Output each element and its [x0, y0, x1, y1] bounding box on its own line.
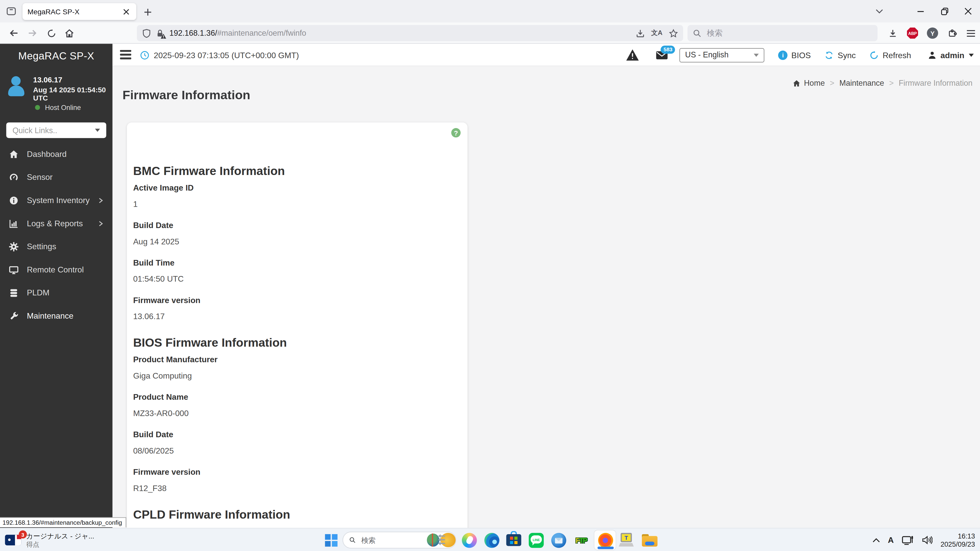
help-icon[interactable]: ? — [451, 128, 461, 138]
forward-icon[interactable] — [25, 25, 40, 41]
sidebar-toggle-icon[interactable] — [120, 50, 131, 59]
language-select[interactable]: US - English — [679, 48, 764, 62]
home-icon — [793, 79, 801, 87]
sidebar-item-dashboard[interactable]: Dashboard — [0, 142, 113, 165]
sidebar-item-settings[interactable]: Settings — [0, 235, 113, 258]
host-online-dot — [35, 105, 40, 110]
widget-title: カージナルス - ジャ... — [26, 532, 94, 540]
bios-button[interactable]: i BIOS — [778, 50, 811, 60]
browser-tab-bar: MegaRAC SP-X — [0, 0, 980, 22]
windows-logo-icon — [325, 534, 337, 547]
window-restore-button[interactable] — [937, 4, 951, 18]
reload-icon[interactable] — [44, 25, 59, 41]
firmware-info-card: ? BMC Firmware Information Active Image … — [127, 122, 468, 528]
extensions-puzzle-icon[interactable] — [945, 25, 960, 41]
url-bar[interactable]: 192.168.1.36/#maintenance/oem/fwinfo 文A — [137, 25, 683, 41]
alert-warning-icon[interactable] — [626, 49, 640, 61]
chevron-right-icon — [97, 197, 103, 203]
host-status: Host Online — [35, 104, 81, 111]
tab-title: MegaRAC SP-X — [27, 8, 121, 15]
bios-firmware-section: BIOS Firmware Information Product Manufa… — [133, 335, 455, 494]
user-menu[interactable]: admin — [928, 50, 974, 60]
taskbar-search[interactable] — [342, 532, 456, 548]
teraterm-app-icon[interactable]: T — [618, 532, 635, 549]
field-pair: Build Date Aug 14 2025 — [133, 220, 455, 248]
sync-button[interactable]: Sync — [824, 50, 856, 60]
section-heading: BIOS Firmware Information — [133, 335, 455, 351]
database-icon — [9, 288, 19, 298]
field-pair: Product Manufacturer Giga Computing — [133, 354, 455, 382]
firefox-view-icon[interactable] — [6, 6, 17, 17]
display-device-icon[interactable] — [902, 535, 914, 545]
tracking-shield-icon[interactable] — [142, 28, 151, 38]
volume-icon[interactable] — [922, 535, 932, 545]
weather-widget-icon — [426, 532, 455, 548]
field-pair: Firmware version 13.06.17 — [133, 295, 455, 322]
translate-icon[interactable]: 文A — [651, 29, 662, 38]
sidebar-item-system-inventory[interactable]: System Inventory — [0, 189, 113, 212]
file-explorer-app-icon[interactable] — [641, 532, 658, 549]
screen: MegaRAC SP-X — [0, 0, 980, 551]
browser-tab[interactable]: MegaRAC SP-X — [22, 3, 136, 20]
active-app-indicator — [597, 546, 614, 549]
field-pair: Build Date 08/06/2025 — [133, 429, 455, 457]
monitor-icon — [9, 265, 19, 275]
taskbar: 3 カージナルス - ジャ... 得点 LINE — [0, 528, 980, 551]
home-icon[interactable] — [62, 25, 77, 41]
window-close-button[interactable] — [961, 4, 975, 18]
tab-close-icon[interactable] — [121, 6, 131, 17]
breadcrumb-home[interactable]: Home — [793, 79, 825, 87]
tray-clock[interactable]: 16:13 2025/09/23 — [941, 532, 975, 548]
browser-search-bar[interactable] — [687, 25, 877, 41]
url-text: 192.168.1.36/#maintenance/oem/fwinfo — [169, 29, 636, 38]
copilot-app-icon[interactable] — [461, 532, 477, 549]
save-page-icon[interactable] — [635, 28, 645, 38]
start-button[interactable] — [323, 532, 339, 549]
browser-search-input[interactable] — [706, 28, 850, 38]
new-tab-button[interactable] — [141, 6, 154, 18]
tray-chevron-up-icon[interactable] — [872, 537, 880, 543]
sidebar-fw-build-date: Aug 14 2025 01:54:50 UTC — [33, 86, 108, 103]
bar-chart-icon — [9, 218, 19, 228]
home-icon — [9, 149, 19, 159]
firefox-app-icon-active[interactable] — [594, 530, 616, 551]
back-icon[interactable] — [6, 25, 21, 41]
gear-icon — [9, 241, 19, 251]
sidebar-item-maintenance[interactable]: Maintenance — [0, 304, 113, 327]
quick-links-select[interactable]: Quick Links.. — [6, 122, 106, 138]
browser-toolbar: 192.168.1.36/#maintenance/oem/fwinfo 文A … — [0, 22, 980, 44]
microsoft-store-app-icon[interactable] — [506, 531, 522, 548]
thunderbird-app-icon[interactable] — [551, 532, 567, 549]
extension-y-icon[interactable]: Y — [925, 25, 940, 41]
lock-warning-icon[interactable] — [156, 28, 164, 38]
bookmark-star-icon[interactable] — [669, 28, 678, 38]
edge-app-icon[interactable] — [484, 532, 500, 549]
refresh-button[interactable]: Refresh — [870, 50, 911, 60]
bmc-firmware-section: BMC Firmware Information Active Image ID… — [133, 163, 455, 322]
ime-indicator[interactable]: A — [888, 535, 894, 545]
breadcrumb: Home > Maintenance > Firmware Informatio… — [793, 79, 972, 87]
sidebar-item-logs-reports[interactable]: Logs & Reports — [0, 212, 113, 235]
user-avatar-icon — [8, 76, 24, 97]
breadcrumb-maintenance[interactable]: Maintenance — [839, 79, 884, 87]
sync-icon — [824, 50, 834, 60]
sidebar-item-remote-control[interactable]: Remote Control — [0, 258, 113, 281]
sidebar-item-sensor[interactable]: Sensor — [0, 165, 113, 189]
status-bar-link: 192.168.1.36/#maintenance/backup_config — [0, 517, 126, 527]
tab-list-chevron-icon[interactable] — [873, 4, 886, 18]
refresh-icon — [870, 50, 879, 60]
mail-icon[interactable]: 583 — [655, 50, 668, 60]
chevron-down-icon — [95, 129, 100, 132]
system-tray: A 16:13 2025/09/23 — [872, 529, 975, 551]
menu-hamburger-icon[interactable] — [963, 25, 978, 41]
taskbar-news-widget[interactable]: 3 カージナルス - ジャ... 得点 — [5, 530, 118, 550]
window-minimize-button[interactable] — [914, 4, 928, 18]
header-datetime: 2025-09-23 07:13:05 (UTC+00:00 GMT) — [140, 44, 299, 66]
ffftp-app-icon[interactable]: FTP — [573, 532, 590, 549]
chevron-down-icon — [969, 53, 974, 56]
downloads-icon[interactable] — [885, 25, 900, 41]
taskbar-search-input[interactable] — [360, 536, 426, 545]
adblock-plus-icon[interactable]: ABP — [905, 25, 920, 41]
sidebar-item-pldm[interactable]: PLDM — [0, 281, 113, 304]
line-app-icon[interactable]: LINE — [528, 532, 544, 549]
